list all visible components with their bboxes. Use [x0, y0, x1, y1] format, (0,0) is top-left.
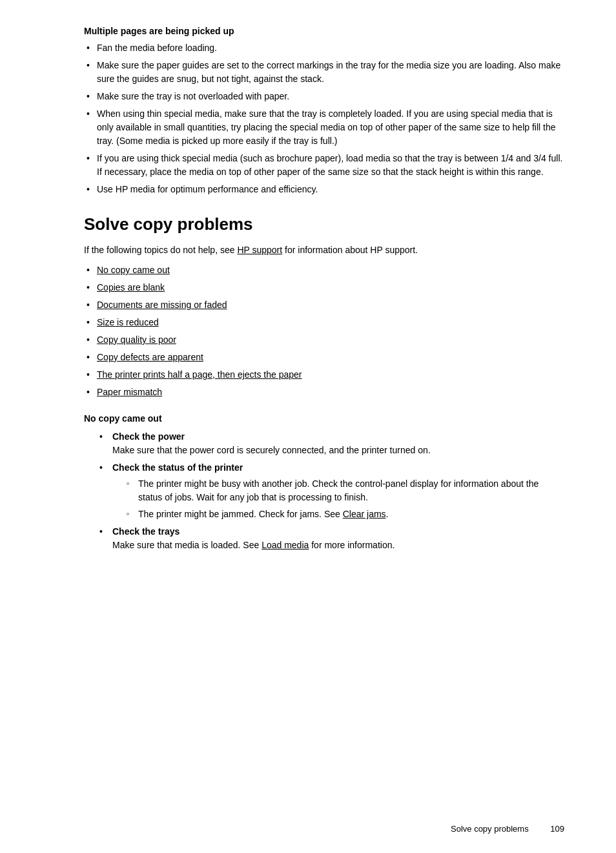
check-power-label: Check the power — [112, 431, 185, 442]
no-copy-subsection: No copy came out Check the power Make su… — [84, 413, 564, 552]
page-container: Multiple pages are being picked up Fan t… — [0, 0, 616, 853]
copy-defects-link[interactable]: Copy defects are apparent — [97, 352, 203, 362]
list-item: Make sure the tray is not overloaded wit… — [84, 90, 564, 103]
sub-list-item: The printer might be jammed. Check for j… — [125, 508, 564, 521]
list-item: Fan the media before loading. — [84, 41, 564, 55]
copies-blank-link[interactable]: Copies are blank — [97, 282, 165, 293]
page-footer: Solve copy problems 109 — [451, 824, 564, 834]
list-item: The printer prints half a page, then eje… — [84, 368, 564, 382]
multiple-pages-section: Multiple pages are being picked up Fan t… — [84, 26, 564, 196]
list-item: Documents are missing or faded — [84, 298, 564, 312]
topics-list: No copy came out Copies are blank Docume… — [84, 263, 564, 399]
hp-support-link[interactable]: HP support — [237, 245, 282, 255]
main-section-title: Solve copy problems — [84, 214, 564, 234]
list-item: Paper mismatch — [84, 385, 564, 399]
check-status-item: Check the status of the printer The prin… — [97, 461, 564, 521]
list-item: Copies are blank — [84, 281, 564, 294]
check-trays-label: Check the trays — [112, 526, 180, 537]
list-item: No copy came out — [84, 263, 564, 277]
list-item: Size is reduced — [84, 316, 564, 329]
no-copy-link[interactable]: No copy came out — [97, 265, 170, 275]
check-status-subitems: The printer might be busy with another j… — [125, 477, 564, 521]
size-reduced-link[interactable]: Size is reduced — [97, 317, 159, 327]
list-item: When using thin special media, make sure… — [84, 107, 564, 148]
clear-jams-link[interactable]: Clear jams — [343, 509, 386, 519]
list-item: Make sure the paper guides are set to th… — [84, 59, 564, 86]
list-item: Copy defects are apparent — [84, 351, 564, 364]
footer-section-name: Solve copy problems — [451, 824, 529, 834]
intro-paragraph: If the following topics do not help, see… — [84, 243, 564, 257]
check-status-label: Check the status of the printer — [112, 462, 243, 473]
check-power-item: Check the power Make sure that the power… — [97, 430, 564, 457]
list-item: If you are using thick special media (su… — [84, 152, 564, 179]
check-trays-text: Make sure that media is loaded. See Load… — [112, 540, 395, 550]
list-item: Copy quality is poor — [84, 333, 564, 347]
list-item: Use HP media for optimum performance and… — [84, 183, 564, 196]
paper-mismatch-link[interactable]: Paper mismatch — [97, 387, 162, 397]
multiple-pages-heading: Multiple pages are being picked up — [84, 26, 564, 36]
multiple-pages-list: Fan the media before loading. Make sure … — [84, 41, 564, 196]
footer-page-number: 109 — [550, 824, 564, 834]
copy-quality-link[interactable]: Copy quality is poor — [97, 334, 176, 345]
load-media-link[interactable]: Load media — [262, 540, 309, 550]
subitem-text-1: The printer might be jammed. Check for j… — [138, 509, 388, 519]
no-copy-list: Check the power Make sure that the power… — [97, 430, 564, 552]
check-power-text: Make sure that the power cord is securel… — [112, 445, 431, 455]
no-copy-heading: No copy came out — [84, 413, 564, 424]
printer-half-page-link[interactable]: The printer prints half a page, then eje… — [97, 369, 302, 380]
sub-list-item: The printer might be busy with another j… — [125, 477, 564, 504]
documents-missing-link[interactable]: Documents are missing or faded — [97, 300, 227, 310]
check-trays-item: Check the trays Make sure that media is … — [97, 525, 564, 552]
subitem-text-0: The printer might be busy with another j… — [138, 478, 539, 502]
